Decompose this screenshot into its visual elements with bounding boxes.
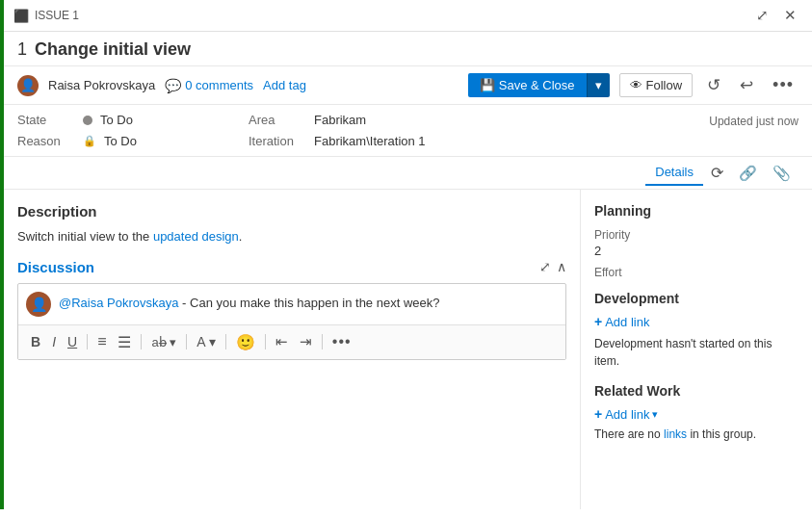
author-name: Raisa Pokrovskaya — [48, 78, 155, 92]
priority-value: 2 — [594, 244, 799, 258]
save-close-label: Save & Close — [499, 78, 575, 92]
planning-section: Planning Priority 2 Effort — [594, 203, 799, 291]
description-title: Description — [17, 203, 566, 220]
planning-title: Planning — [594, 203, 799, 219]
plus-icon: + — [594, 314, 602, 329]
save-icon: 💾 — [480, 78, 495, 92]
comments-count: 0 comments — [185, 78, 253, 92]
toolbar-sep3 — [186, 334, 187, 349]
related-empty-prefix: There are no — [594, 427, 664, 441]
state-dot — [83, 116, 92, 125]
add-related-link-button[interactable]: + Add link — [594, 406, 649, 422]
related-empty-text: There are no links in this group. — [594, 427, 799, 441]
toolbar-bold[interactable]: B — [26, 331, 45, 352]
area-label: Area — [249, 113, 306, 127]
discussion-expand-button[interactable]: ⤢ — [539, 259, 551, 274]
related-empty-links: links — [664, 427, 687, 441]
avatar: 👤 — [17, 75, 39, 96]
comment-text: - Can you make this happen in the next w… — [178, 296, 439, 310]
desc-text-after: . — [239, 229, 243, 244]
issue-badge-label: ISSUE 1 — [35, 9, 79, 22]
page-title: Change initial view — [35, 39, 191, 60]
toolbar-sep2 — [141, 334, 142, 349]
discussion-title: Discussion — [17, 259, 94, 275]
iteration-value: Fabrikam\Iteration 1 — [314, 134, 426, 148]
comments-button[interactable]: 💬 0 comments — [165, 78, 253, 93]
close-button[interactable]: ✕ — [778, 4, 802, 27]
desc-text-before: Switch initial view to the — [17, 229, 153, 244]
related-work-section: Related Work + Add link ▾ There are no l… — [594, 383, 799, 441]
follow-label: Follow — [646, 78, 683, 92]
undo-button[interactable]: ↩ — [735, 72, 758, 98]
reason-label: Reason — [17, 134, 75, 148]
refresh-button[interactable]: ↺ — [702, 72, 725, 98]
add-link2-label: Add link — [605, 407, 649, 422]
tab-details-label: Details — [655, 165, 694, 179]
toolbar-indent-right[interactable]: ⇥ — [295, 330, 317, 353]
issue-icon: ⬛ — [13, 9, 29, 23]
comment-bubble-icon: 💬 — [165, 78, 181, 93]
state-label: State — [17, 113, 75, 127]
desc-link[interactable]: updated design — [153, 229, 239, 244]
more-button[interactable]: ••• — [768, 72, 799, 98]
description-text: Switch initial view to the updated desig… — [17, 227, 566, 247]
toolbar-strikethrough[interactable]: ab̶ ▾ — [146, 332, 181, 352]
commenter-avatar: 👤 — [26, 292, 51, 317]
eye-icon: 👁 — [630, 78, 642, 92]
chevron-down-icon: ▾ — [595, 78, 602, 92]
reason-value: To Do — [104, 134, 137, 148]
related-empty-suffix: in this group. — [687, 427, 756, 441]
toolbar-more[interactable]: ••• — [327, 330, 356, 353]
related-title: Related Work — [594, 383, 799, 399]
save-close-button[interactable]: 💾 Save & Close — [468, 73, 587, 97]
toolbar-sep6 — [322, 334, 323, 349]
area-value: Fabrikam — [314, 113, 366, 127]
development-title: Development — [594, 291, 799, 306]
toolbar-sep5 — [265, 334, 266, 349]
issue-number: 1 — [17, 39, 27, 60]
toolbar-emoji[interactable]: 🙂 — [231, 330, 260, 354]
tab-details[interactable]: Details — [645, 160, 703, 186]
development-section: Development + Add link Development hasn'… — [594, 291, 799, 370]
tab-history[interactable]: ⟳ — [703, 159, 731, 187]
add-tag-button[interactable]: Add tag — [263, 78, 306, 92]
chevron-down-related-icon: ▾ — [652, 408, 658, 421]
tab-attachments[interactable]: 📎 — [765, 160, 799, 187]
priority-label: Priority — [594, 228, 799, 242]
close-icon: ✕ — [784, 7, 797, 23]
add-link-label: Add link — [605, 315, 649, 329]
state-value: To Do — [100, 113, 133, 127]
effort-label: Effort — [594, 266, 799, 279]
add-tag-label: Add tag — [263, 78, 306, 92]
iteration-label: Iteration — [249, 134, 306, 148]
tab-link[interactable]: 🔗 — [731, 160, 765, 187]
toolbar-font-color[interactable]: A ▾ — [192, 331, 220, 352]
expand-icon: ⤢ — [756, 7, 769, 23]
lock-icon: 🔒 — [83, 135, 96, 147]
toolbar-underline[interactable]: U — [63, 331, 82, 352]
comment-body[interactable]: @Raisa Pokrovskaya - Can you make this h… — [59, 292, 558, 313]
toolbar-sep4 — [225, 334, 226, 349]
follow-button[interactable]: 👁 Follow — [619, 73, 694, 97]
save-dropdown-button[interactable]: ▾ — [587, 73, 610, 97]
add-dev-link-button[interactable]: + Add link — [594, 314, 649, 329]
comment-mention: @Raisa Pokrovskaya — [59, 296, 178, 310]
toolbar-sep1 — [87, 334, 88, 349]
description-section: Description Switch initial view to the u… — [17, 203, 566, 247]
discussion-section: Discussion ⤢ ∧ 👤 @Raisa Pokrovskaya - Ca… — [17, 259, 566, 360]
updated-text: Updated just now — [709, 115, 799, 128]
dev-empty-text: Development hasn't started on this item. — [594, 335, 799, 370]
comment-area: 👤 @Raisa Pokrovskaya - Can you make this… — [17, 283, 566, 360]
toolbar-list-numbers[interactable]: ☰ — [113, 330, 136, 354]
plus-icon2: + — [594, 406, 602, 422]
discussion-collapse-button[interactable]: ∧ — [557, 259, 566, 274]
expand-button[interactable]: ⤢ — [750, 4, 774, 27]
toolbar-italic[interactable]: I — [47, 331, 61, 352]
toolbar-indent-left[interactable]: ⇤ — [271, 330, 293, 353]
toolbar-list-bullets[interactable]: ≡ — [92, 330, 111, 353]
